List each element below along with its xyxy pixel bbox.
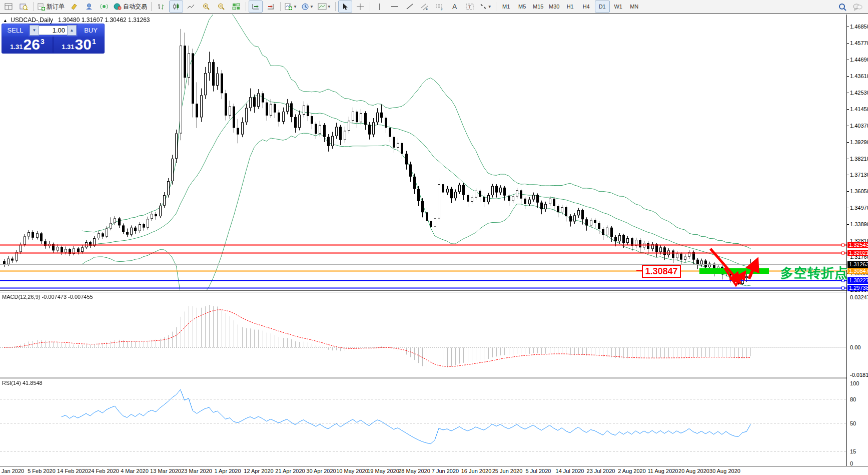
- autotrading-label: 自动交易: [123, 3, 147, 11]
- macd-axis-label: 0.00: [850, 344, 860, 351]
- timeframe-M5[interactable]: M5: [515, 1, 530, 13]
- rsi-value: 41.8548: [23, 380, 43, 386]
- lot-input[interactable]: [39, 26, 67, 35]
- timeframe-group: M1M5M15M30H1H4D1W1MN: [498, 1, 642, 13]
- signals-icon[interactable]: [97, 1, 111, 13]
- date-label: 30 Aug 2020: [709, 468, 740, 474]
- lot-decrease-button[interactable]: ▼: [30, 25, 39, 36]
- chat-icon[interactable]: [850, 1, 864, 13]
- axis-tick: [847, 191, 849, 192]
- price-level-label: 1.30227: [847, 277, 868, 284]
- equidistant-channel-icon[interactable]: E: [418, 1, 432, 13]
- macd-main-value: -0.007473: [42, 294, 67, 300]
- axis-tick: [847, 93, 849, 93]
- toolbar-separator: [496, 2, 496, 11]
- expert-advisors-icon[interactable]: [82, 1, 96, 13]
- price-level-label: 1.31263: [847, 261, 868, 268]
- panel-splitter[interactable]: [0, 290, 868, 292]
- buy-price[interactable]: 1.31 30 1: [54, 37, 104, 53]
- highlight-bar[interactable]: [699, 268, 769, 274]
- date-label: 24 Feb 2020: [88, 468, 119, 474]
- zoom-out-icon[interactable]: [214, 1, 228, 13]
- autotrading-button[interactable]: 自动交易: [112, 1, 149, 13]
- axis-tick: [847, 126, 849, 126]
- auto-scroll-icon[interactable]: [249, 1, 263, 13]
- text-tool-icon[interactable]: A: [448, 1, 462, 13]
- periods-icon[interactable]: ▼: [300, 1, 315, 13]
- chart-title: ▲ USDCAD-,Daily 1.30480 1.31607 1.30462 …: [3, 17, 150, 24]
- date-label: 23 Jul 2020: [587, 468, 615, 474]
- level-price-box[interactable]: 1.30847: [642, 265, 681, 278]
- axis-tick: [847, 60, 849, 60]
- timeframe-M15[interactable]: M15: [531, 1, 546, 13]
- new-order-button[interactable]: 新订单: [36, 1, 66, 13]
- axis-tick: [847, 241, 849, 241]
- timeframe-W1[interactable]: W1: [611, 1, 626, 13]
- trendline-icon[interactable]: [403, 1, 417, 13]
- turning-point-note[interactable]: 多空转折点: [780, 264, 848, 282]
- macd-signal-value: -0.007455: [68, 294, 93, 300]
- search-icon[interactable]: [835, 1, 849, 13]
- styles-icon[interactable]: [67, 1, 81, 13]
- timeframe-H1[interactable]: H1: [563, 1, 578, 13]
- fibonacci-icon[interactable]: F: [433, 1, 447, 13]
- charts-window-icon[interactable]: [2, 1, 16, 13]
- price-tick-label: 1.36050: [850, 188, 868, 195]
- toolbar-separator: [335, 2, 336, 11]
- axis-tick: [847, 109, 849, 110]
- lot-spinner: ▼ ▲: [29, 24, 78, 37]
- time-axis[interactable]: 7 Jan 20205 Feb 202014 Feb 202024 Feb 20…: [0, 467, 868, 475]
- price-tick-label: 1.34970: [850, 205, 868, 211]
- sell-price-sup: 3: [41, 38, 45, 46]
- crosshair-icon[interactable]: [353, 1, 367, 13]
- date-label: 2 Aug 2020: [618, 468, 646, 474]
- sell-button[interactable]: SELL: [2, 24, 29, 37]
- svg-text:E: E: [426, 8, 428, 11]
- rsi-label: RSI(14) 41.8548: [2, 380, 43, 386]
- date-label: 5 Jul 2020: [526, 468, 551, 474]
- panel-splitter[interactable]: [0, 377, 868, 378]
- price-tick-label: 1.33890: [850, 221, 868, 228]
- date-label: 13 Mar 2020: [150, 468, 181, 474]
- tile-windows-icon[interactable]: [229, 1, 243, 13]
- bar-chart-icon[interactable]: [154, 1, 168, 13]
- candlestick-chart-icon[interactable]: [169, 1, 183, 13]
- macd-axis-label: -0.018182: [850, 372, 868, 378]
- line-chart-icon[interactable]: [184, 1, 198, 13]
- collapse-icon[interactable]: ▲: [3, 18, 8, 23]
- timeframe-D1[interactable]: D1: [595, 1, 610, 13]
- timeframe-MN[interactable]: MN: [627, 1, 642, 13]
- price-level-label: 1.32021: [847, 250, 868, 256]
- macd-canvas[interactable]: [0, 292, 846, 377]
- chart-bottom-border: [0, 466, 868, 466]
- buy-button[interactable]: BUY: [78, 24, 104, 37]
- date-label: 30 Apr 2020: [306, 468, 336, 474]
- horizontal-line-icon[interactable]: [388, 1, 402, 13]
- vertical-line-icon[interactable]: [373, 1, 387, 13]
- price-axis[interactable]: 1.468501.457701.446901.436101.425301.414…: [846, 15, 868, 466]
- sell-price[interactable]: 1.31 26 3: [2, 37, 53, 53]
- zoom-in-icon[interactable]: [199, 1, 213, 13]
- indicators-icon[interactable]: ▼: [283, 1, 299, 13]
- chart-shift-icon[interactable]: [264, 1, 278, 13]
- date-label: 11 Aug 2020: [648, 468, 678, 474]
- profiles-icon[interactable]: [17, 1, 31, 13]
- arrows-tool-icon[interactable]: ▼: [478, 1, 493, 13]
- timeframe-M1[interactable]: M1: [499, 1, 514, 13]
- toolbar-separator: [33, 2, 34, 11]
- date-label: 7 Jun 2020: [432, 468, 459, 474]
- axis-tick: [847, 27, 849, 27]
- lot-increase-button[interactable]: ▲: [67, 25, 77, 36]
- toolbar-separator: [246, 2, 246, 11]
- timeframe-M30[interactable]: M30: [547, 1, 562, 13]
- axis-tick: [847, 208, 849, 208]
- axis-tick: [847, 175, 849, 175]
- main-chart-canvas[interactable]: [0, 15, 846, 290]
- date-label: 23 Mar 2020: [181, 468, 212, 474]
- rsi-axis-label: 15: [850, 448, 856, 455]
- templates-icon[interactable]: ▼: [316, 1, 333, 13]
- cursor-icon[interactable]: [338, 1, 352, 13]
- rsi-canvas[interactable]: [0, 378, 846, 466]
- timeframe-H4[interactable]: H4: [579, 1, 594, 13]
- text-label-icon[interactable]: T: [463, 1, 477, 13]
